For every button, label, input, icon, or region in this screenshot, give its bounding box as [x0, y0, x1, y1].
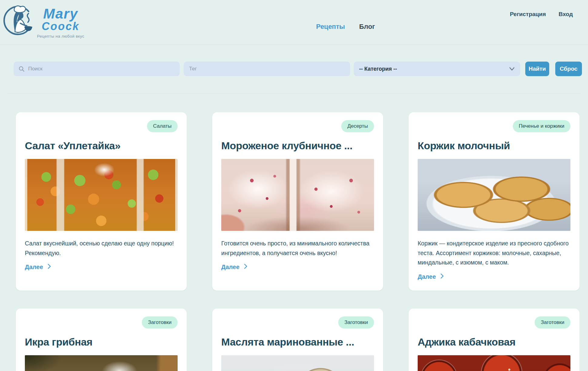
recipe-card: Салаты Салат «Уплетайка» Салат вкуснейши… [16, 112, 187, 291]
brand-name-bottom: Coock [42, 21, 80, 32]
category-badge[interactable]: Заготовки [535, 316, 570, 329]
chevron-right-icon [244, 264, 247, 271]
recipe-card: Заготовки Икра грибная [16, 309, 187, 371]
recipe-title[interactable]: Салат «Уплетайка» [25, 140, 178, 152]
recipe-photo-zucchini-adjika[interactable] [418, 355, 570, 371]
more-link[interactable]: Далее [418, 273, 444, 280]
recipe-title[interactable]: Икра грибная [25, 336, 178, 348]
category-badge[interactable]: Десерты [341, 120, 374, 132]
recipe-title[interactable]: Мороженое клубничное ... [221, 140, 374, 152]
search-icon [18, 66, 25, 73]
recipe-title[interactable]: Маслята маринованные ... [221, 336, 374, 348]
chevron-right-icon [440, 273, 444, 280]
recipe-photo-milk-cookies[interactable] [418, 159, 570, 231]
recipe-photo-mushroom-caviar[interactable] [25, 355, 178, 371]
recipe-photo-salad-in-jars[interactable] [25, 159, 178, 231]
chevron-right-icon [48, 264, 51, 271]
brand-text: Mary Coock Рецепты на любой вкус [37, 7, 84, 39]
main-nav: Рецепты Блог [316, 23, 375, 31]
auth-nav: Регистрация Вход [510, 11, 573, 18]
recipe-description: Коржик — кондитерское изделие из пресног… [418, 239, 570, 268]
filters-section: -- Категория -- Найти Сброс [0, 45, 588, 93]
filters-bar: -- Категория -- Найти Сброс [0, 45, 588, 76]
nav-item-recipes[interactable]: Рецепты [316, 23, 345, 31]
find-button[interactable]: Найти [525, 62, 549, 76]
login-link[interactable]: Вход [559, 11, 573, 18]
recipe-photo-strawberry-ice-cream[interactable] [221, 159, 374, 231]
brand-name-top: Mary [43, 7, 78, 21]
more-link[interactable]: Далее [25, 264, 51, 271]
search-input[interactable] [14, 62, 180, 76]
search-field [14, 62, 180, 76]
recipe-card: Заготовки Маслята маринованные ... [212, 309, 383, 371]
recipe-description: Готовится очень просто, из минимального … [221, 239, 374, 258]
category-badge[interactable]: Заготовки [338, 316, 374, 329]
recipe-card: Печенье и коржики Коржик молочный Коржик… [409, 112, 580, 291]
chef-woman-logo-icon [3, 3, 36, 39]
recipe-description: Салат вкуснейший, осенью сделаю еще одну… [25, 239, 178, 258]
tag-input[interactable] [184, 62, 350, 76]
tag-field [184, 62, 350, 76]
nav-item-blog[interactable]: Блог [359, 23, 375, 31]
category-select[interactable]: -- Категория -- [354, 62, 520, 76]
recipe-title[interactable]: Аджика кабачковая [418, 336, 570, 348]
category-field: -- Категория -- [354, 62, 520, 76]
recipe-card: Десерты Мороженое клубничное ... Готовит… [212, 112, 383, 291]
site-logo[interactable]: Mary Coock Рецепты на любой вкус [3, 3, 84, 39]
category-badge[interactable]: Печенье и коржики [513, 120, 570, 132]
recipe-grid: Салаты Салат «Уплетайка» Салат вкуснейши… [0, 93, 588, 371]
recipe-title[interactable]: Коржик молочный [418, 140, 570, 152]
brand-tagline: Рецепты на любой вкус [37, 34, 84, 39]
category-badge[interactable]: Салаты [147, 120, 178, 132]
site-header: Mary Coock Рецепты на любой вкус Рецепты… [0, 0, 588, 45]
category-badge[interactable]: Заготовки [142, 316, 178, 329]
recipe-photo-marinated-mushrooms[interactable] [221, 355, 374, 371]
more-link[interactable]: Далее [221, 264, 247, 271]
recipe-card: Заготовки Аджика кабачковая [409, 309, 580, 371]
register-link[interactable]: Регистрация [510, 11, 546, 18]
reset-button[interactable]: Сброс [555, 62, 582, 76]
